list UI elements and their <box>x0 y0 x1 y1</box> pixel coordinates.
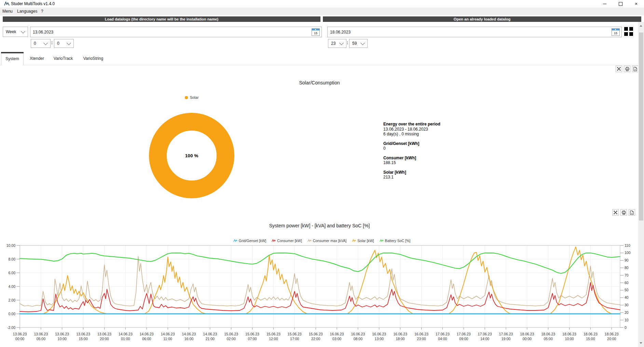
start-hour-select[interactable]: 0 <box>31 39 51 48</box>
chevron-down-icon <box>339 41 344 45</box>
left-axis-label: 10.00 <box>6 243 15 248</box>
left-axis-label: 2.00 <box>9 298 16 302</box>
end-minute-value: 59 <box>350 41 361 46</box>
x-tick-label: 18.06.2305:00 <box>541 332 555 341</box>
end-minute-select[interactable]: 59 <box>349 39 368 48</box>
legend-item-consumer_max[interactable]: Consumer max [kVA] <box>307 239 346 243</box>
stats-period: 13.06.2023 - 18.06.2023 <box>383 127 493 132</box>
x-tick-label: 15.06.2322:00 <box>309 332 323 341</box>
start-minute-select[interactable]: 0 <box>54 39 74 48</box>
x-tick-label: 18.06.2310:00 <box>562 332 576 341</box>
export-icon[interactable] <box>632 66 639 72</box>
calendar-icon[interactable]: 15 <box>612 28 620 36</box>
open-datalog-button[interactable]: Open an already loaded datalog <box>323 16 641 22</box>
menu-item-menu[interactable]: Menu <box>2 8 13 15</box>
x-tick-label: 13.06.2315:00 <box>76 332 90 341</box>
start-date-value: 13.06.2023 <box>30 30 312 35</box>
donut-chart-toolbar <box>616 66 639 72</box>
legend-line-marker <box>233 239 238 243</box>
left-axis-label: 0.00 <box>9 312 16 316</box>
start-minute-value: 0 <box>54 41 67 46</box>
end-hour-select[interactable]: 23 <box>328 39 346 48</box>
period-select[interactable]: Week <box>3 27 28 37</box>
grid-view-icon[interactable] <box>624 27 633 36</box>
export-icon[interactable] <box>629 209 635 216</box>
maximize-button[interactable] <box>613 0 628 8</box>
x-tick-label: 14.06.2316:00 <box>182 332 196 341</box>
tab-variotrack[interactable]: VarioTrack <box>52 52 74 65</box>
stat-label: Grid/Genset [kWh] <box>383 141 493 146</box>
time-separator: : <box>347 40 348 45</box>
x-tick-label: 17.06.2304:00 <box>436 332 450 341</box>
donut-center-label: 100 % <box>185 153 198 158</box>
x-tick-label: 17.06.2314:00 <box>478 332 492 341</box>
legend-line-marker <box>272 239 276 243</box>
print-icon[interactable] <box>624 66 630 72</box>
time-separator: : <box>51 40 53 45</box>
solar-legend-marker <box>185 96 188 99</box>
scrollbar-thumb[interactable] <box>639 32 643 221</box>
right-axis-label: 30 <box>625 303 629 307</box>
scrollbar-down-icon[interactable] <box>640 342 642 344</box>
close-icon: × <box>635 1 638 6</box>
series-line-battery_soc <box>20 253 620 273</box>
right-axis-label: 70 <box>625 273 629 277</box>
stat-value: 188.15 <box>383 160 493 165</box>
legend-item-battery_soc[interactable]: Battery SoC [%] <box>380 239 411 243</box>
calendar-icon[interactable]: 15 <box>312 28 320 36</box>
end-date-field[interactable]: 18.06.2023 15 <box>327 27 622 37</box>
minimize-icon <box>603 4 606 4</box>
x-tick-label: 13.06.2300:00 <box>13 332 27 341</box>
expand-icon[interactable] <box>612 209 619 216</box>
tab-xtender[interactable]: Xtender <box>27 52 46 65</box>
x-tick-label: 13.06.2320:00 <box>97 332 111 341</box>
load-datalogs-button[interactable]: Load datalogs (the directory name will b… <box>3 16 320 22</box>
expand-icon[interactable] <box>616 66 622 72</box>
scrollbar-up-icon[interactable] <box>640 25 642 27</box>
x-tick-label: 13.06.2305:00 <box>34 332 48 341</box>
legend-label: Consumer [kW] <box>277 239 302 243</box>
stat-label: Consumer [kWh] <box>383 156 493 161</box>
series-line-solar <box>20 247 620 314</box>
tab-system[interactable]: System <box>1 52 24 65</box>
menu-item-help[interactable]: ? <box>41 8 43 15</box>
stats-header: Energy over the entire period <box>383 122 493 127</box>
x-tick-label: 18.06.2320:00 <box>605 332 619 341</box>
menu-item-languages[interactable]: Languages <box>17 8 37 15</box>
right-axis-label: 90 <box>625 258 629 262</box>
x-tick-label: 14.06.2301:00 <box>119 332 133 341</box>
x-tick-label: 13.06.2310:00 <box>55 332 69 341</box>
power-chart: 10.008.006.004.002.000.00-2.001101009080… <box>0 243 644 346</box>
x-tick-label: 18.06.2315:00 <box>584 332 598 341</box>
minimize-button[interactable] <box>597 0 613 8</box>
legend-item-consumer[interactable]: Consumer [kW] <box>272 239 302 243</box>
x-tick-label: 17.06.2309:00 <box>457 332 471 341</box>
legend-item-solar[interactable]: Solar [kW] <box>352 239 374 243</box>
left-axis-label: 6.00 <box>9 271 16 275</box>
x-tick-label: 16.06.2308:00 <box>351 332 365 341</box>
x-tick-label: 16.06.2323:00 <box>414 332 428 341</box>
right-axis-label: 80 <box>625 266 629 270</box>
start-date-field[interactable]: 13.06.2023 15 <box>30 27 322 37</box>
x-tick-label: 16.06.2303:00 <box>330 332 344 341</box>
legend-line-marker <box>380 239 384 243</box>
print-icon[interactable] <box>620 209 627 216</box>
tab-variostring[interactable]: VarioString <box>81 52 105 65</box>
legend-item-grid_genset[interactable]: Grid/Genset [kW] <box>233 239 266 243</box>
chevron-down-icon <box>360 41 365 45</box>
x-tick-label: 14.06.2306:00 <box>140 332 154 341</box>
donut-chart-title: Solar/Consumption <box>217 80 422 85</box>
end-date-value: 18.06.2023 <box>328 30 612 35</box>
x-tick-label: 14.06.2321:00 <box>203 332 217 341</box>
x-tick-label: 18.06.2300:00 <box>520 332 534 341</box>
series-line-consumer <box>20 282 620 312</box>
title-bar: Studer MultiTools v1.4.0 × <box>0 0 644 8</box>
x-tick-label: 14.06.2311:00 <box>161 332 175 341</box>
close-button[interactable]: × <box>628 0 644 8</box>
stat-value: 0 <box>383 146 493 151</box>
right-axis-label: 10 <box>625 318 629 322</box>
maximize-icon <box>619 2 622 6</box>
x-tick-label: 15.06.2317:00 <box>288 332 302 341</box>
x-tick-label: 16.06.2313:00 <box>372 332 386 341</box>
solar-legend-label: Solar <box>190 95 199 99</box>
